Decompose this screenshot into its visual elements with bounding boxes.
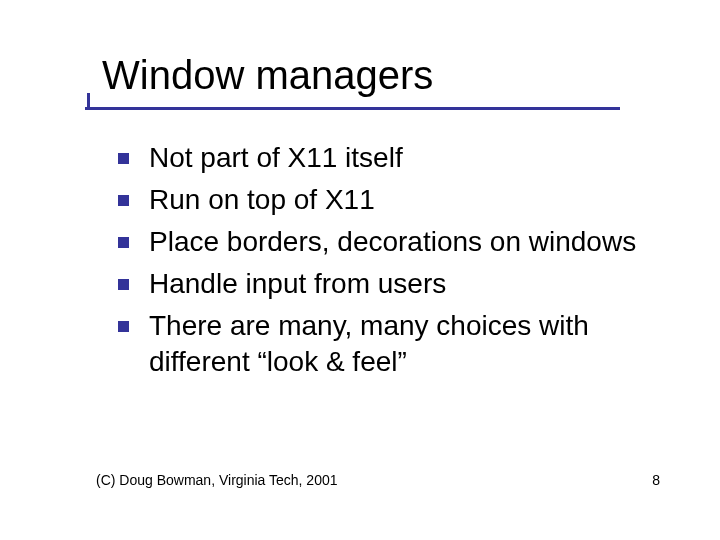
square-bullet-icon <box>118 321 129 332</box>
bullet-text: Handle input from users <box>149 266 446 302</box>
bullet-text: Place borders, decorations on windows <box>149 224 636 260</box>
bullet-text: There are many, many choices with differ… <box>149 308 665 380</box>
title-decoration-tick <box>87 93 90 107</box>
title-wrap: Window managers <box>102 54 433 96</box>
square-bullet-icon <box>118 237 129 248</box>
list-item: Place borders, decorations on windows <box>118 224 665 260</box>
square-bullet-icon <box>118 279 129 290</box>
footer-page-number: 8 <box>652 472 660 488</box>
list-item: Run on top of X11 <box>118 182 665 218</box>
footer-copyright: (C) Doug Bowman, Virginia Tech, 2001 <box>96 472 338 488</box>
list-item: There are many, many choices with differ… <box>118 308 665 380</box>
slide-title: Window managers <box>102 54 433 96</box>
square-bullet-icon <box>118 153 129 164</box>
bullet-text: Run on top of X11 <box>149 182 375 218</box>
slide: Window managers Not part of X11 itself R… <box>0 0 720 540</box>
slide-body: Not part of X11 itself Run on top of X11… <box>118 140 665 386</box>
list-item: Not part of X11 itself <box>118 140 665 176</box>
bullet-text: Not part of X11 itself <box>149 140 403 176</box>
list-item: Handle input from users <box>118 266 665 302</box>
title-decoration-underline <box>85 107 620 110</box>
square-bullet-icon <box>118 195 129 206</box>
